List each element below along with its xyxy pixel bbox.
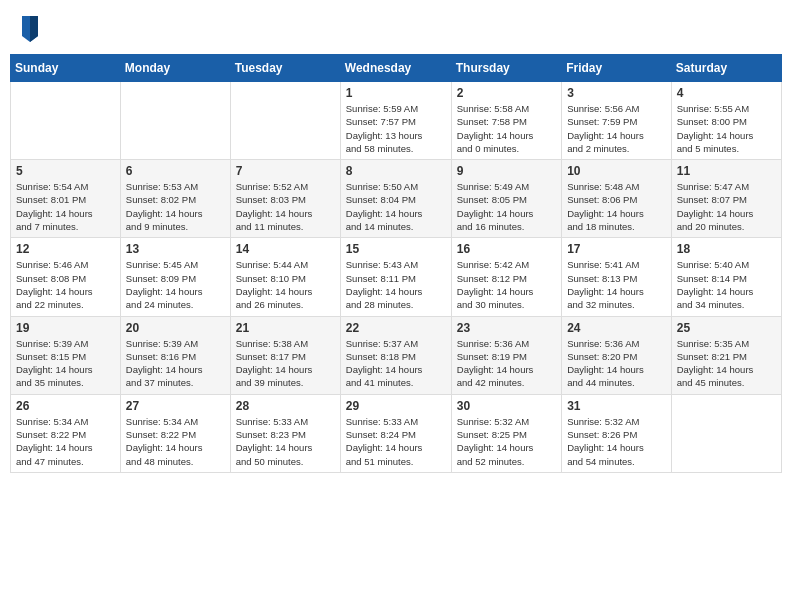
weekday-header-wednesday: Wednesday xyxy=(340,55,451,82)
calendar-cell xyxy=(11,82,121,160)
calendar-cell: 18Sunrise: 5:40 AM Sunset: 8:14 PM Dayli… xyxy=(671,238,781,316)
day-number: 13 xyxy=(126,242,225,256)
calendar-cell: 2Sunrise: 5:58 AM Sunset: 7:58 PM Daylig… xyxy=(451,82,561,160)
calendar-cell: 24Sunrise: 5:36 AM Sunset: 8:20 PM Dayli… xyxy=(562,316,672,394)
day-info: Sunrise: 5:32 AM Sunset: 8:25 PM Dayligh… xyxy=(457,415,556,468)
calendar-cell: 23Sunrise: 5:36 AM Sunset: 8:19 PM Dayli… xyxy=(451,316,561,394)
calendar-cell xyxy=(230,82,340,160)
day-number: 11 xyxy=(677,164,776,178)
page-header xyxy=(10,10,782,46)
day-number: 7 xyxy=(236,164,335,178)
weekday-header-monday: Monday xyxy=(120,55,230,82)
calendar-cell: 6Sunrise: 5:53 AM Sunset: 8:02 PM Daylig… xyxy=(120,160,230,238)
week-row-5: 26Sunrise: 5:34 AM Sunset: 8:22 PM Dayli… xyxy=(11,394,782,472)
weekday-header-friday: Friday xyxy=(562,55,672,82)
calendar-cell: 4Sunrise: 5:55 AM Sunset: 8:00 PM Daylig… xyxy=(671,82,781,160)
calendar-cell: 20Sunrise: 5:39 AM Sunset: 8:16 PM Dayli… xyxy=(120,316,230,394)
day-info: Sunrise: 5:39 AM Sunset: 8:15 PM Dayligh… xyxy=(16,337,115,390)
day-info: Sunrise: 5:49 AM Sunset: 8:05 PM Dayligh… xyxy=(457,180,556,233)
day-info: Sunrise: 5:41 AM Sunset: 8:13 PM Dayligh… xyxy=(567,258,666,311)
day-number: 14 xyxy=(236,242,335,256)
calendar-cell: 9Sunrise: 5:49 AM Sunset: 8:05 PM Daylig… xyxy=(451,160,561,238)
day-number: 18 xyxy=(677,242,776,256)
calendar-cell: 8Sunrise: 5:50 AM Sunset: 8:04 PM Daylig… xyxy=(340,160,451,238)
day-info: Sunrise: 5:39 AM Sunset: 8:16 PM Dayligh… xyxy=(126,337,225,390)
calendar-cell: 13Sunrise: 5:45 AM Sunset: 8:09 PM Dayli… xyxy=(120,238,230,316)
calendar-cell: 10Sunrise: 5:48 AM Sunset: 8:06 PM Dayli… xyxy=(562,160,672,238)
day-number: 20 xyxy=(126,321,225,335)
week-row-3: 12Sunrise: 5:46 AM Sunset: 8:08 PM Dayli… xyxy=(11,238,782,316)
day-number: 17 xyxy=(567,242,666,256)
day-info: Sunrise: 5:56 AM Sunset: 7:59 PM Dayligh… xyxy=(567,102,666,155)
calendar-cell: 15Sunrise: 5:43 AM Sunset: 8:11 PM Dayli… xyxy=(340,238,451,316)
calendar-cell: 26Sunrise: 5:34 AM Sunset: 8:22 PM Dayli… xyxy=(11,394,121,472)
day-info: Sunrise: 5:37 AM Sunset: 8:18 PM Dayligh… xyxy=(346,337,446,390)
calendar-table: SundayMondayTuesdayWednesdayThursdayFrid… xyxy=(10,54,782,473)
day-number: 25 xyxy=(677,321,776,335)
logo xyxy=(18,14,42,42)
day-info: Sunrise: 5:54 AM Sunset: 8:01 PM Dayligh… xyxy=(16,180,115,233)
calendar-cell: 31Sunrise: 5:32 AM Sunset: 8:26 PM Dayli… xyxy=(562,394,672,472)
week-row-4: 19Sunrise: 5:39 AM Sunset: 8:15 PM Dayli… xyxy=(11,316,782,394)
day-number: 1 xyxy=(346,86,446,100)
day-number: 15 xyxy=(346,242,446,256)
weekday-header-thursday: Thursday xyxy=(451,55,561,82)
day-info: Sunrise: 5:32 AM Sunset: 8:26 PM Dayligh… xyxy=(567,415,666,468)
day-info: Sunrise: 5:52 AM Sunset: 8:03 PM Dayligh… xyxy=(236,180,335,233)
day-number: 2 xyxy=(457,86,556,100)
calendar-cell: 12Sunrise: 5:46 AM Sunset: 8:08 PM Dayli… xyxy=(11,238,121,316)
day-info: Sunrise: 5:40 AM Sunset: 8:14 PM Dayligh… xyxy=(677,258,776,311)
day-number: 9 xyxy=(457,164,556,178)
day-number: 19 xyxy=(16,321,115,335)
weekday-header-row: SundayMondayTuesdayWednesdayThursdayFrid… xyxy=(11,55,782,82)
day-info: Sunrise: 5:34 AM Sunset: 8:22 PM Dayligh… xyxy=(126,415,225,468)
day-info: Sunrise: 5:35 AM Sunset: 8:21 PM Dayligh… xyxy=(677,337,776,390)
day-number: 22 xyxy=(346,321,446,335)
day-number: 8 xyxy=(346,164,446,178)
calendar-cell: 17Sunrise: 5:41 AM Sunset: 8:13 PM Dayli… xyxy=(562,238,672,316)
calendar-cell: 22Sunrise: 5:37 AM Sunset: 8:18 PM Dayli… xyxy=(340,316,451,394)
day-number: 5 xyxy=(16,164,115,178)
day-info: Sunrise: 5:42 AM Sunset: 8:12 PM Dayligh… xyxy=(457,258,556,311)
day-info: Sunrise: 5:55 AM Sunset: 8:00 PM Dayligh… xyxy=(677,102,776,155)
calendar-cell: 1Sunrise: 5:59 AM Sunset: 7:57 PM Daylig… xyxy=(340,82,451,160)
calendar-cell xyxy=(671,394,781,472)
calendar-cell: 27Sunrise: 5:34 AM Sunset: 8:22 PM Dayli… xyxy=(120,394,230,472)
week-row-1: 1Sunrise: 5:59 AM Sunset: 7:57 PM Daylig… xyxy=(11,82,782,160)
day-number: 29 xyxy=(346,399,446,413)
day-number: 3 xyxy=(567,86,666,100)
day-number: 26 xyxy=(16,399,115,413)
day-number: 6 xyxy=(126,164,225,178)
day-info: Sunrise: 5:43 AM Sunset: 8:11 PM Dayligh… xyxy=(346,258,446,311)
day-number: 31 xyxy=(567,399,666,413)
calendar-cell xyxy=(120,82,230,160)
weekday-header-saturday: Saturday xyxy=(671,55,781,82)
calendar-cell: 21Sunrise: 5:38 AM Sunset: 8:17 PM Dayli… xyxy=(230,316,340,394)
day-number: 16 xyxy=(457,242,556,256)
calendar-cell: 7Sunrise: 5:52 AM Sunset: 8:03 PM Daylig… xyxy=(230,160,340,238)
calendar-cell: 19Sunrise: 5:39 AM Sunset: 8:15 PM Dayli… xyxy=(11,316,121,394)
day-info: Sunrise: 5:36 AM Sunset: 8:19 PM Dayligh… xyxy=(457,337,556,390)
day-number: 21 xyxy=(236,321,335,335)
day-number: 10 xyxy=(567,164,666,178)
day-info: Sunrise: 5:46 AM Sunset: 8:08 PM Dayligh… xyxy=(16,258,115,311)
day-info: Sunrise: 5:50 AM Sunset: 8:04 PM Dayligh… xyxy=(346,180,446,233)
day-info: Sunrise: 5:45 AM Sunset: 8:09 PM Dayligh… xyxy=(126,258,225,311)
day-info: Sunrise: 5:53 AM Sunset: 8:02 PM Dayligh… xyxy=(126,180,225,233)
day-info: Sunrise: 5:44 AM Sunset: 8:10 PM Dayligh… xyxy=(236,258,335,311)
calendar-cell: 28Sunrise: 5:33 AM Sunset: 8:23 PM Dayli… xyxy=(230,394,340,472)
calendar-cell: 11Sunrise: 5:47 AM Sunset: 8:07 PM Dayli… xyxy=(671,160,781,238)
calendar-cell: 14Sunrise: 5:44 AM Sunset: 8:10 PM Dayli… xyxy=(230,238,340,316)
weekday-header-sunday: Sunday xyxy=(11,55,121,82)
day-info: Sunrise: 5:38 AM Sunset: 8:17 PM Dayligh… xyxy=(236,337,335,390)
day-number: 28 xyxy=(236,399,335,413)
day-number: 30 xyxy=(457,399,556,413)
week-row-2: 5Sunrise: 5:54 AM Sunset: 8:01 PM Daylig… xyxy=(11,160,782,238)
day-number: 12 xyxy=(16,242,115,256)
day-number: 24 xyxy=(567,321,666,335)
day-info: Sunrise: 5:36 AM Sunset: 8:20 PM Dayligh… xyxy=(567,337,666,390)
calendar-cell: 25Sunrise: 5:35 AM Sunset: 8:21 PM Dayli… xyxy=(671,316,781,394)
day-info: Sunrise: 5:47 AM Sunset: 8:07 PM Dayligh… xyxy=(677,180,776,233)
day-info: Sunrise: 5:34 AM Sunset: 8:22 PM Dayligh… xyxy=(16,415,115,468)
calendar-cell: 29Sunrise: 5:33 AM Sunset: 8:24 PM Dayli… xyxy=(340,394,451,472)
